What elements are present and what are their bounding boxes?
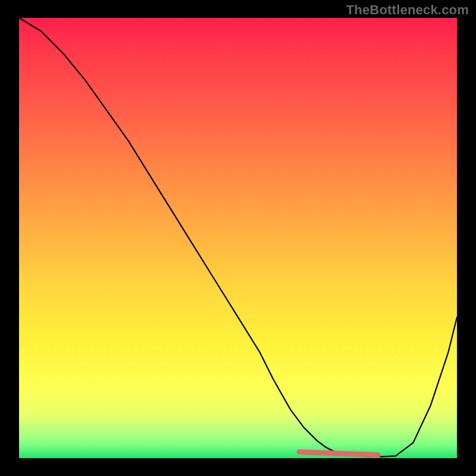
chart-area [19,18,457,458]
bottleneck-curve-path [19,18,457,457]
app-frame: TheBottleneck.com [0,0,476,476]
optimal-band-segment [299,452,378,455]
watermark-text: TheBottleneck.com [346,2,469,18]
chart-svg [19,18,457,458]
